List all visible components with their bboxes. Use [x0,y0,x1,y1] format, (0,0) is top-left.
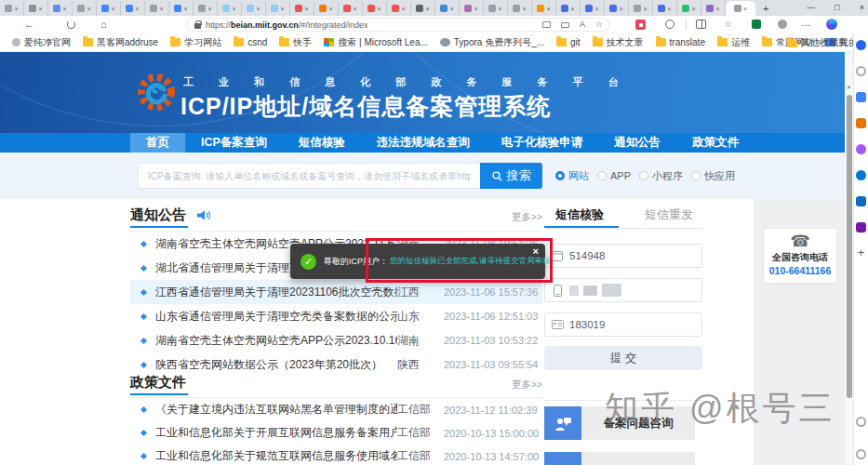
add-sidebar-item-icon[interactable]: + [856,248,866,259]
tab-close-icon[interactable]: × [619,6,622,12]
browser-tab[interactable]: × [290,1,314,16]
screenshot-icon[interactable] [856,417,866,427]
browser-tab[interactable]: × [145,1,169,16]
search-type-radio[interactable]: APP [597,170,631,181]
tab-close-icon[interactable]: × [38,6,42,12]
tab-close-icon[interactable]: × [546,6,550,12]
browser-tab[interactable]: × [48,1,73,16]
browser-tab[interactable]: × [314,1,339,16]
new-tab-button[interactable]: + [763,3,768,14]
tab-close-icon[interactable]: × [159,6,163,12]
bookmark-item[interactable]: 技术文章 [593,36,644,49]
tab-close-icon[interactable]: × [425,6,429,12]
notice-row[interactable]: 湖南省空壳主体空壳网站空壳APP公示2023.10.16-10.30 湖南 20… [130,328,542,352]
tab-close-icon[interactable]: × [401,6,405,12]
bookmark-item[interactable]: 学习网站 [170,36,221,49]
nav-item[interactable]: ICP备案查询 [185,133,283,153]
browser-tab[interactable]: × [726,1,755,16]
nav-item[interactable]: 违法违规域名查询 [361,133,486,153]
extension-icon[interactable] [635,20,646,30]
profile-icon[interactable] [778,20,787,29]
bookmark-item[interactable]: git [556,37,581,47]
tab-close-icon[interactable]: × [691,6,695,12]
read-aloud-icon[interactable]: A [580,20,585,29]
home-icon[interactable]: ⌂ [100,19,107,31]
search-type-radio[interactable]: 网站 [555,169,589,183]
tab-close-icon[interactable]: × [377,6,381,12]
toast-close-icon[interactable]: × [533,246,539,257]
microsoft-365-icon[interactable] [856,170,866,180]
browser-tab[interactable]: × [532,1,556,16]
people-icon[interactable] [856,144,866,154]
shopping-icon[interactable] [856,118,866,128]
minimize-button[interactable]: — [807,2,815,14]
browser-tab[interactable]: × [701,1,726,16]
browser-tab[interactable]: × [556,1,581,16]
browser-tab[interactable]: × [411,1,435,16]
tab-close-icon[interactable]: × [449,6,453,12]
tag-icon[interactable] [856,92,866,102]
tab-close-icon[interactable]: × [183,6,187,12]
browser-tab[interactable]: × [363,1,387,16]
policy-row[interactable]: 工业和信息化部关于规范互联网信息服务使用域名的通知 工信部 2020-10-13… [130,445,542,465]
submit-button[interactable]: 提 交 [544,346,702,370]
outlook-icon[interactable] [856,196,866,206]
bookmark-item[interactable]: 爱纯净官网 [12,36,71,49]
tab-close-icon[interactable]: × [207,6,211,12]
tab-close-icon[interactable]: × [667,6,671,12]
browser-tab[interactable]: × [242,1,266,16]
tab-close-icon[interactable]: × [743,6,747,12]
add-favorite-star-icon[interactable]: ☆ [595,20,603,29]
favorites-icon[interactable]: ☆ [724,19,732,29]
tab-close-icon[interactable]: × [14,6,18,12]
captcha-input[interactable] [569,319,701,330]
browser-tab[interactable]: × [266,1,290,16]
search-type-radio[interactable]: 小程序 [639,169,683,183]
nav-item[interactable]: 短信核验 [283,133,361,153]
verification-code-input[interactable] [569,250,701,261]
tab-close-icon[interactable]: × [643,6,647,12]
refresh-icon[interactable] [67,20,75,29]
search-type-radio[interactable]: 快应用 [691,169,735,183]
policies-more-link[interactable]: 更多>> [512,379,542,392]
copilot-icon[interactable] [856,40,866,50]
browser-tab[interactable]: × [121,1,145,16]
nav-item[interactable]: 通知公告 [598,133,676,153]
tab-close-icon[interactable]: × [715,6,719,12]
scroll-up-icon[interactable]: ▲ [845,84,853,89]
bookmark-item[interactable]: 搜索 | Microsoft Lea... [324,36,428,49]
browser-tab[interactable]: × [653,1,677,16]
bookmark-item[interactable]: 黑客网addruse [83,36,158,49]
tab-close-icon[interactable]: × [328,6,332,12]
browser-tab[interactable]: × [339,1,363,16]
browser-essentials-icon[interactable] [665,20,674,29]
scrollbar-thumb[interactable] [847,95,852,398]
tab-close-icon[interactable]: × [522,6,526,12]
address-bar[interactable]: https://beian.miit.gov.cn/#/Integrated/i… [186,18,609,32]
tab-close-icon[interactable]: × [62,6,66,12]
policy-row[interactable]: 《关于建立境内违法互联网站黑名单管理制度的通知》（工信部联 工信部 2023-1… [130,398,542,421]
phone-number-field[interactable] [544,278,702,302]
lock-icon[interactable] [194,23,201,29]
browser-tab[interactable]: × [581,1,605,16]
browser-tab[interactable]: × [218,1,242,16]
bookmark-item[interactable]: translate [656,37,705,47]
tab-close-icon[interactable]: × [111,6,114,12]
search-button[interactable]: 搜索 [480,163,542,189]
keyboard-icon[interactable] [561,22,569,28]
other-favorites-button[interactable]: 其他收藏夹 [787,33,848,52]
browser-tab[interactable]: × [97,1,121,16]
tab-close-icon[interactable]: × [498,6,501,12]
tab-close-icon[interactable]: × [232,6,235,12]
devices-icon[interactable] [542,21,551,28]
browser-tab[interactable]: × [73,1,97,16]
wallet-icon[interactable] [752,20,761,29]
tab-close-icon[interactable]: × [304,6,308,12]
browser-tab[interactable]: × [169,1,194,16]
browser-tab[interactable]: × [484,1,508,16]
tab-close-icon[interactable]: × [570,6,574,12]
bookmark-item[interactable]: Typora 免费序列号_... [440,36,544,49]
captcha-field[interactable] [544,312,702,337]
nav-item[interactable]: 电子化核验申请 [486,133,599,153]
browser-tab[interactable]: × [677,1,701,16]
